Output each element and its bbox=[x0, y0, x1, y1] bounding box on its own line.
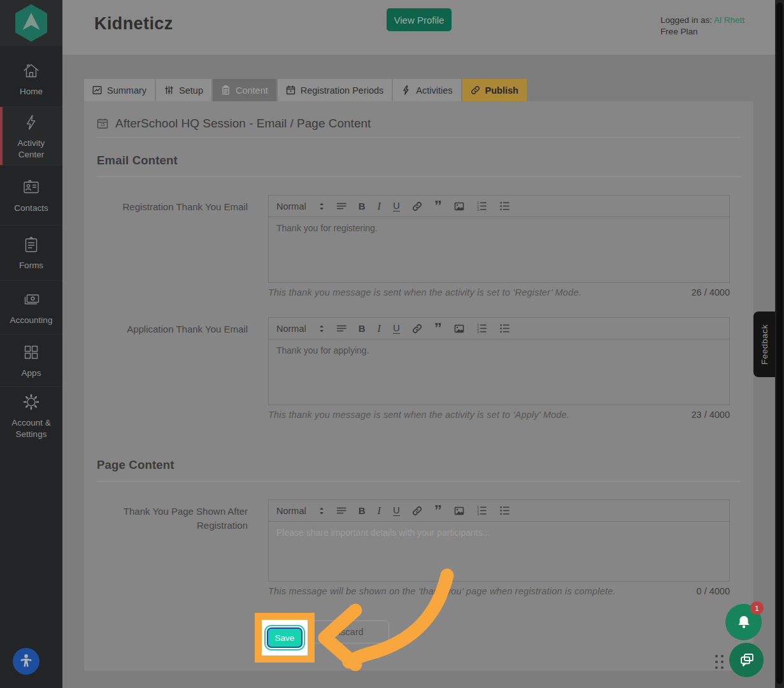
scrollbar[interactable] bbox=[775, 0, 784, 688]
format-value: Normal bbox=[276, 201, 306, 211]
form-actions: Discard bbox=[267, 620, 741, 643]
bullet-list-icon bbox=[499, 201, 510, 211]
underline-button[interactable]: U bbox=[393, 505, 400, 517]
editor-toolbar: Normal B I U bbox=[268, 195, 730, 217]
helper-text: This thank you message is sent when the … bbox=[268, 410, 569, 420]
image-button[interactable] bbox=[454, 324, 464, 334]
bold-button[interactable]: B bbox=[359, 505, 366, 516]
ordered-list-icon: 1 2 3 bbox=[476, 505, 487, 516]
format-value: Normal bbox=[276, 324, 306, 334]
accessibility-button[interactable] bbox=[13, 648, 39, 675]
bullet-list-icon bbox=[499, 505, 510, 516]
image-button[interactable] bbox=[454, 506, 464, 516]
tab-label: Publish bbox=[485, 85, 518, 96]
email-content-title: Email Content bbox=[97, 154, 741, 168]
ordered-list-button[interactable]: 1 2 3 bbox=[476, 201, 487, 211]
tab-label: Registration Periods bbox=[301, 85, 384, 96]
format-dropdown[interactable]: Normal bbox=[276, 201, 324, 211]
italic-button[interactable]: I bbox=[378, 323, 381, 334]
rich-text-editor: Normal B I U bbox=[268, 195, 730, 297]
sort-arrows-icon bbox=[319, 506, 324, 515]
align-left-icon bbox=[336, 201, 346, 211]
link-button[interactable] bbox=[412, 201, 422, 211]
chart-icon bbox=[92, 85, 102, 95]
blockquote-button[interactable]: ” bbox=[434, 202, 442, 211]
tab-activities[interactable]: Activities bbox=[393, 79, 460, 101]
italic-button[interactable]: I bbox=[378, 505, 381, 517]
id-card-icon bbox=[21, 177, 41, 197]
svg-text:3: 3 bbox=[477, 330, 479, 334]
align-button[interactable] bbox=[336, 201, 346, 211]
sidebar-item-account-settings[interactable]: Account & Settings bbox=[0, 386, 62, 445]
align-button[interactable] bbox=[336, 324, 346, 333]
scrollbar-thumb[interactable] bbox=[776, 3, 783, 684]
tab-summary[interactable]: Summary bbox=[84, 79, 155, 101]
blockquote-button[interactable]: ” bbox=[434, 506, 442, 515]
tab-content[interactable]: Content bbox=[213, 79, 276, 101]
link-button[interactable] bbox=[412, 506, 422, 516]
sidebar-item-contacts[interactable]: Contacts bbox=[0, 165, 62, 225]
editor-textbox[interactable]: Please share important details with your… bbox=[268, 522, 730, 582]
editor-text: Thank you for registering. bbox=[276, 223, 378, 233]
drag-handle-icon[interactable] bbox=[714, 654, 725, 670]
save-highlight-inner: Save bbox=[262, 620, 308, 656]
bullet-list-button[interactable] bbox=[499, 323, 510, 334]
ordered-list-button[interactable]: 1 2 3 bbox=[476, 323, 487, 334]
format-dropdown[interactable]: Normal bbox=[276, 506, 324, 516]
helper-text: This thank you message is sent when the … bbox=[268, 287, 581, 297]
editor-textbox[interactable]: Thank you for applying. bbox=[268, 340, 730, 405]
app-logo[interactable] bbox=[0, 0, 62, 46]
bold-button[interactable]: B bbox=[359, 323, 366, 334]
format-dropdown[interactable]: Normal bbox=[276, 324, 324, 334]
feedback-label: Feedback bbox=[760, 324, 769, 364]
tab-label: Activities bbox=[416, 85, 452, 96]
sidebar-menu: Home Activity Center Contacts bbox=[0, 51, 62, 445]
hexagon-arrow-logo-icon bbox=[14, 4, 48, 41]
rich-text-editor: Normal B I U bbox=[268, 499, 730, 596]
sort-arrows-icon bbox=[319, 202, 324, 211]
tab-label: Content bbox=[236, 85, 268, 96]
sidebar-item-label: Forms bbox=[19, 260, 43, 271]
sidebar-item-accounting[interactable]: Accounting bbox=[0, 280, 62, 334]
accessibility-person-icon bbox=[18, 653, 34, 670]
italic-button[interactable]: I bbox=[378, 201, 381, 212]
chat-button[interactable] bbox=[729, 643, 764, 677]
ordered-list-button[interactable]: 1 2 3 bbox=[476, 505, 487, 516]
sidebar-item-activity-center[interactable]: Activity Center bbox=[0, 106, 62, 165]
user-name-link[interactable]: Al Rhett bbox=[714, 15, 745, 25]
sidebar-item-apps[interactable]: Apps bbox=[0, 334, 62, 386]
sidebar-item-label: Account & Settings bbox=[4, 417, 59, 440]
tab-registration-periods[interactable]: Registration Periods bbox=[278, 79, 392, 101]
save-button[interactable]: Save bbox=[267, 627, 303, 648]
bold-button[interactable]: B bbox=[359, 201, 366, 211]
discard-button[interactable]: Discard bbox=[306, 620, 389, 643]
underline-button[interactable]: U bbox=[393, 201, 400, 212]
gear-icon bbox=[21, 392, 41, 412]
tab-publish[interactable]: Publish bbox=[462, 79, 527, 101]
bullet-list-button[interactable] bbox=[499, 505, 510, 516]
logged-in-label: Logged in as: bbox=[660, 15, 712, 25]
image-icon bbox=[454, 324, 464, 334]
char-counter: 23 / 4000 bbox=[692, 410, 730, 420]
char-counter: 0 / 4000 bbox=[697, 586, 730, 596]
image-button[interactable] bbox=[454, 201, 464, 211]
underline-button[interactable]: U bbox=[393, 323, 400, 334]
link-button[interactable] bbox=[412, 324, 422, 334]
page-content-title: Page Content bbox=[97, 458, 741, 472]
blockquote-button[interactable]: ” bbox=[434, 324, 442, 333]
editor-textbox[interactable]: Thank you for registering. bbox=[268, 217, 730, 283]
image-icon bbox=[454, 506, 464, 516]
sidebar-item-forms[interactable]: Forms bbox=[0, 225, 62, 280]
sidebar: Home Activity Center Contacts bbox=[0, 0, 62, 688]
align-button[interactable] bbox=[336, 506, 346, 515]
field-application-thank-you: Application Thank You Email Normal bbox=[97, 317, 741, 420]
main-content: Summary Setup Content Reg bbox=[62, 55, 784, 688]
tab-setup[interactable]: Setup bbox=[156, 79, 211, 101]
sidebar-item-home[interactable]: Home bbox=[0, 51, 62, 106]
view-profile-button[interactable]: View Profile bbox=[387, 8, 452, 31]
bullet-list-icon bbox=[499, 323, 510, 334]
bullet-list-button[interactable] bbox=[499, 201, 510, 211]
page-title: Kidneticz bbox=[94, 14, 173, 34]
feedback-tab[interactable]: Feedback bbox=[753, 312, 775, 377]
helper-row: This thank you message is sent when the … bbox=[268, 410, 730, 420]
